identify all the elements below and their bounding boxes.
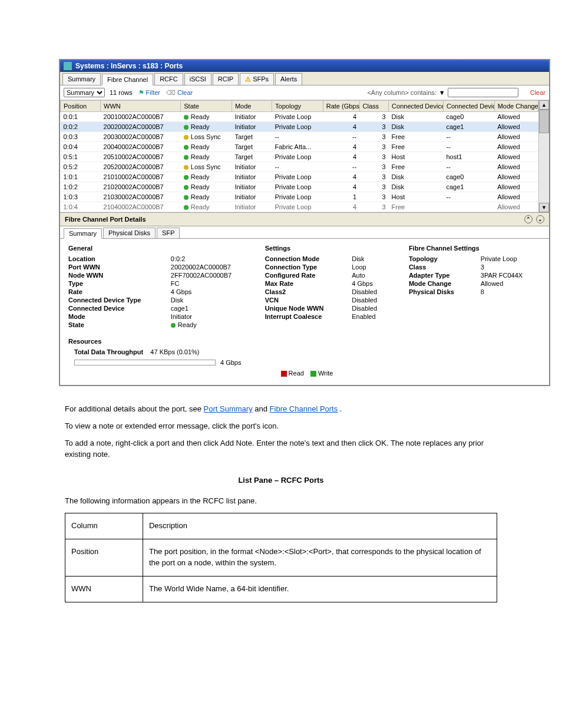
field-label: Configured Rate [265, 272, 343, 279]
table-row[interactable]: 0:0:120010002AC0000B7ReadyInitiatorPriva… [61, 112, 538, 122]
table-row[interactable]: 0:5:120510002AC0000B7ReadyTargetPrivate … [61, 152, 538, 162]
field-value: Ready [171, 321, 253, 328]
column-header[interactable]: Connected Device Type [389, 101, 444, 112]
resources-panel: Resources Total Data Throughput 47 KBps … [60, 338, 549, 385]
primary-tabs: SummaryFibre ChannelRCFCiSCSIRCIP⚠SFPsAl… [60, 72, 549, 85]
column-header[interactable]: Mode [232, 101, 272, 112]
tab-rcfc[interactable]: RCFC [154, 73, 183, 85]
field-value: Initiator [171, 313, 253, 320]
column-header[interactable]: Topology [272, 101, 323, 112]
column-header[interactable]: Class [359, 101, 389, 112]
field-label: Mode [68, 313, 163, 320]
clear-filter-link[interactable]: ⌫ Clear [166, 89, 193, 97]
body-paragraph: To view a note or extended error message… [65, 421, 497, 432]
status-dot-icon [184, 135, 189, 140]
detail-panels: General Location0:0:2Port WWN20020002AC0… [60, 239, 549, 338]
expand-icon[interactable]: ⌄ [536, 215, 544, 223]
scroll-up-icon[interactable]: ▲ [539, 100, 549, 110]
table-row[interactable]: 1:0:221020002AC0000B7ReadyInitiatorPriva… [61, 182, 538, 192]
tab-alerts[interactable]: Alerts [275, 73, 302, 85]
table-row[interactable]: 0:0:320030002AC0000B7Loss SyncTarget----… [61, 132, 538, 142]
field-value: Private Loop [481, 255, 541, 262]
column-header[interactable]: Position [61, 101, 101, 112]
fc-settings-heading: Fibre Channel Settings [409, 245, 541, 252]
contains-input[interactable] [448, 88, 518, 97]
field-label: Connection Type [265, 263, 343, 271]
vertical-scrollbar[interactable]: ▲ ▼ [538, 100, 549, 212]
filter-bar: Summary 11 rows ⚑ Filter ⌫ Clear <Any co… [60, 85, 549, 100]
scroll-thumb[interactable] [539, 110, 549, 133]
field-value: 4 Gbps [352, 280, 397, 287]
status-dot-icon [184, 125, 189, 130]
detail-subtabs: SummaryPhysical DisksSFP [60, 226, 549, 239]
filter-link[interactable]: ⚑ Filter [138, 89, 160, 97]
warning-icon: ⚠ [245, 75, 251, 83]
field-label: Adapter Type [409, 272, 472, 279]
field-label: Mode Change [409, 280, 472, 287]
tab-summary[interactable]: Summary [62, 73, 101, 85]
section-heading: List Pane – RCFC Ports [65, 475, 497, 486]
port-summary-link[interactable]: Port Summary [204, 404, 253, 413]
table-row[interactable]: 0:0:420040002AC0000B7ReadyTargetFabric A… [61, 142, 538, 152]
table-row[interactable]: 1:0:121010002AC0000B7ReadyInitiatorPriva… [61, 172, 538, 182]
settings-panel: Settings Connection ModeDiskConnection T… [265, 245, 397, 328]
filter-icon: ⚑ [138, 89, 144, 97]
read-swatch [281, 371, 287, 377]
field-value: Disk [171, 297, 253, 304]
status-dot-icon [184, 195, 189, 200]
tab-fibre-channel[interactable]: Fibre Channel [102, 74, 153, 85]
throughput-bar [74, 360, 216, 365]
status-dot-icon [171, 323, 176, 328]
column-header[interactable]: WWN [101, 101, 181, 112]
column-header[interactable]: State [181, 101, 232, 112]
dropdown-arrow-icon[interactable]: ▼ [439, 89, 445, 96]
ports-table[interactable]: PositionWWNStateModeTopologyRate (Gbps)C… [60, 100, 538, 212]
field-value: 3PAR FC044X [481, 272, 541, 279]
field-label: Physical Disks [409, 288, 472, 295]
field-label: Connection Mode [265, 255, 343, 262]
status-dot-icon [184, 175, 189, 180]
table-row[interactable]: 1:0:421040002AC0000B7ReadyInitiatorPriva… [61, 202, 538, 212]
field-value: Disabled [352, 297, 397, 304]
tab-rcip[interactable]: RCIP [213, 73, 239, 85]
tab-sfps[interactable]: ⚠SFPs [240, 73, 274, 85]
fc-ports-link[interactable]: Fibre Channel Ports [270, 404, 338, 413]
view-select[interactable]: Summary [64, 88, 105, 97]
clear-link[interactable]: Clear [530, 89, 546, 96]
status-dot-icon [184, 155, 189, 160]
field-label: Location [68, 255, 163, 262]
column-header[interactable]: Rate (Gbps) [323, 101, 359, 112]
throughput-legend: Read Write [68, 370, 541, 377]
table-row[interactable]: 0:5:220520002AC0000B7Loss SyncInitiator-… [61, 162, 538, 172]
scroll-down-icon[interactable]: ▼ [539, 203, 549, 212]
field-label: Class [409, 263, 472, 271]
subtab-summary[interactable]: Summary [64, 228, 102, 239]
field-label: Port WWN [68, 263, 163, 271]
field-value: Enabled [352, 313, 397, 320]
subtab-sfp[interactable]: SFP [157, 228, 180, 238]
field-label: Connected Device Type [68, 297, 163, 304]
field-value: Allowed [481, 280, 541, 287]
contains-label: <Any column> contains: [367, 89, 436, 96]
status-dot-icon [184, 145, 189, 150]
rcfc-columns-table: ColumnDescriptionPositionThe port positi… [65, 513, 497, 602]
document-body: For additional details about the port, s… [65, 404, 497, 602]
fc-settings-panel: Fibre Channel Settings TopologyPrivate L… [409, 245, 541, 328]
scroll-track[interactable] [539, 133, 549, 203]
field-label: State [68, 321, 163, 328]
column-header[interactable]: Connected Device [443, 101, 494, 112]
window-titlebar: Systems : InServs : s183 : Ports [60, 60, 549, 72]
subtab-physical-disks[interactable]: Physical Disks [103, 228, 156, 238]
table-row: WWNThe World Wide Name, a 64-bit identif… [65, 576, 497, 602]
body-paragraph: To add a note, right-click a port and th… [65, 438, 497, 460]
write-swatch [310, 371, 316, 377]
body-paragraph: For additional details about the port, s… [65, 404, 497, 415]
column-header[interactable]: Mode Change [494, 101, 538, 112]
table-row[interactable]: 0:0:220020002AC0000B7ReadyInitiatorPriva… [61, 122, 538, 132]
table-row[interactable]: 1:0:321030002AC0000B7ReadyInitiatorPriva… [61, 192, 538, 202]
field-value: 2FF70002AC0000B7 [171, 272, 253, 279]
collapse-icon[interactable]: ⌃ [524, 215, 533, 223]
tab-iscsi[interactable]: iSCSI [184, 73, 211, 85]
details-header: Fibre Channel Port Details ⌃ ⌄ [60, 212, 549, 226]
field-label: VCN [265, 297, 343, 304]
